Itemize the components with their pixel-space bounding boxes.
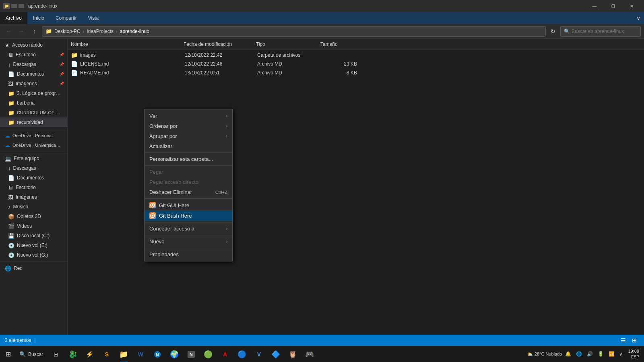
- taskbar-app-notion[interactable]: N: [183, 346, 199, 362]
- taskbar-dragon-app[interactable]: 🐉: [65, 346, 81, 362]
- close-button[interactable]: ✕: [622, 0, 641, 12]
- ctx-item-nuevo[interactable]: Nuevo ›: [144, 237, 232, 247]
- sidebar-item-escritorio[interactable]: 🖥 Escritorio 📌: [0, 50, 67, 60]
- sidebar-item-descargas2[interactable]: ↓ Descargas: [0, 163, 67, 173]
- file-name-license: LICENSE.md: [80, 61, 185, 67]
- ctx-item-personalizar[interactable]: Personalizar esta carpeta...: [144, 154, 232, 164]
- col-header-nombre[interactable]: Nombre: [71, 41, 184, 47]
- crumb-desktop[interactable]: Desktop-PC: [54, 29, 80, 34]
- ctx-item-ordenar[interactable]: Ordenar por ›: [144, 121, 232, 131]
- col-header-fecha[interactable]: Fecha de modificación: [184, 41, 256, 47]
- taskbar-volume[interactable]: 🔊: [585, 350, 594, 358]
- ctx-item-git-gui[interactable]: Git GUI Here: [144, 200, 232, 210]
- file-size-readme: 8 KB: [322, 70, 362, 76]
- sidebar-item-curriculum[interactable]: 📁 CURRICULUM-OFICIAL: [0, 108, 67, 117]
- taskbar-battery[interactable]: 🔋: [596, 350, 605, 358]
- taskbar-discord[interactable]: 🔵: [234, 346, 250, 362]
- sidebar-item-imagenes2[interactable]: 🖼 Imágenes: [0, 192, 67, 202]
- taskbar-proton[interactable]: 🔷: [268, 346, 284, 362]
- tab-archivo[interactable]: Archivo: [0, 12, 27, 24]
- sidebar-item-descargas[interactable]: ↓ Descargas 📌: [0, 60, 67, 69]
- desktop-icon2: 🖥: [8, 185, 13, 191]
- download-icon: ↓: [8, 62, 11, 68]
- crumb-idea[interactable]: IdeaProjects: [87, 29, 114, 34]
- ribbon-expand-button[interactable]: ∨: [633, 12, 644, 24]
- sidebar-item-vol-g[interactable]: 💿 Nuevo vol (G:): [0, 250, 67, 260]
- title-bar-icons: 📁: [3, 3, 24, 9]
- taskbar-notifications[interactable]: 🔔: [564, 350, 573, 358]
- ctx-item-ver[interactable]: Ver ›: [144, 111, 232, 121]
- sidebar-item-disco-c[interactable]: 💾 Disco local (C:): [0, 231, 67, 241]
- taskbar-wifi[interactable]: 📶: [607, 350, 616, 358]
- col-header-tipo[interactable]: Tipo: [256, 41, 320, 47]
- divider1: [0, 129, 67, 129]
- taskbar-app-sublime[interactable]: S: [99, 346, 115, 362]
- sidebar-item-onedrive-personal[interactable]: ☁ OneDrive - Personal: [0, 131, 67, 140]
- sidebar-label-logica: 3. Lógica de programac...: [17, 90, 61, 96]
- ctx-item-conceder[interactable]: Conceder acceso a ›: [144, 224, 232, 234]
- up-button[interactable]: ↑: [29, 26, 40, 37]
- tab-inicio[interactable]: Inicio: [27, 12, 50, 24]
- start-button[interactable]: ⊞: [0, 346, 16, 362]
- sidebar-item-objetos3d[interactable]: 📦 Objetos 3D: [0, 212, 67, 221]
- ctx-divider4: [144, 222, 232, 222]
- ctx-item-deshacer[interactable]: Deshacer Eliminar Ctrl+Z: [144, 187, 232, 197]
- sidebar-item-escritorio2[interactable]: 🖥 Escritorio: [0, 183, 67, 192]
- divider3: [0, 261, 67, 262]
- taskbar-duolingo[interactable]: 🦉: [285, 346, 301, 362]
- search-input[interactable]: [572, 29, 637, 34]
- minimize-button[interactable]: —: [585, 0, 604, 12]
- sidebar-item-documentos[interactable]: 📄 Documentos 📌: [0, 69, 67, 79]
- ctx-item-agrupar[interactable]: Agrupar por ›: [144, 131, 232, 141]
- taskbar-adobe[interactable]: A: [217, 346, 233, 362]
- date-display: ESP: [628, 354, 639, 360]
- file-item-images[interactable]: 📁 images 12/10/2022 22:42 Carpeta de arc…: [68, 51, 644, 60]
- ctx-item-git-bash[interactable]: Git Bash Here: [144, 210, 232, 221]
- tab-vista[interactable]: Vista: [83, 12, 104, 24]
- taskbar-word[interactable]: W: [132, 346, 149, 362]
- taskbar-tray-expand[interactable]: ∧: [618, 350, 625, 358]
- sidebar-item-vol-e[interactable]: 💿 Nuevo vol (E:): [0, 241, 67, 250]
- search-box[interactable]: 🔍: [560, 26, 641, 37]
- taskbar-vpn[interactable]: V: [251, 346, 267, 362]
- taskbar-browser-ie[interactable]: N: [149, 346, 165, 362]
- ctx-arrow-agrupar: ›: [226, 134, 227, 138]
- crumb-current[interactable]: aprende-linux: [120, 29, 149, 34]
- view-details-button[interactable]: ☰: [618, 336, 628, 344]
- sidebar-item-barberia[interactable]: 📁 barberia: [0, 98, 67, 108]
- file-item-readme[interactable]: 📄 README.md 13/10/2022 0:51 Archivo MD 8…: [68, 68, 644, 77]
- file-item-license[interactable]: 📄 LICENSE.md 12/10/2022 22:46 Archivo MD…: [68, 60, 644, 68]
- refresh-button[interactable]: ↻: [547, 26, 559, 37]
- sidebar-item-onedrive-uni[interactable]: ☁ OneDrive - Universidad T...: [0, 140, 67, 150]
- sidebar-item-musica[interactable]: ♪ Música: [0, 202, 67, 212]
- sidebar-item-logica[interactable]: 📁 3. Lógica de programac...: [0, 88, 67, 98]
- sidebar-item-acceso-rapido[interactable]: ★ Acceso rápido: [0, 40, 67, 50]
- taskbar-file-explorer[interactable]: 📁: [116, 346, 132, 362]
- task-view-button[interactable]: ⊟: [48, 346, 64, 362]
- file-date-readme: 13/10/2022 0:51: [185, 70, 257, 76]
- sidebar-item-videos[interactable]: 🎬 Vídeos: [0, 221, 67, 231]
- forward-button[interactable]: →: [16, 26, 27, 37]
- taskbar-app-winrar[interactable]: ⚡: [82, 346, 98, 362]
- restore-button[interactable]: ❐: [604, 0, 622, 12]
- sidebar-item-recursividad[interactable]: 📁 recursividad: [0, 117, 67, 127]
- icon3: [19, 4, 24, 8]
- taskbar-network[interactable]: 🌐: [574, 350, 584, 358]
- tab-compartir[interactable]: Compartir: [50, 12, 83, 24]
- taskbar-spotify[interactable]: 🟢: [200, 346, 216, 362]
- ctx-item-actualizar[interactable]: Actualizar: [144, 141, 232, 151]
- taskbar-clock[interactable]: 19:09 ESP: [626, 348, 641, 360]
- sidebar-item-imagenes[interactable]: 🖼 Imágenes 📌: [0, 79, 67, 88]
- sidebar-item-red[interactable]: 🌐 Red: [0, 263, 67, 273]
- sidebar-item-este-equipo[interactable]: 💻 Este equipo: [0, 154, 67, 163]
- col-header-tamano[interactable]: Tamaño: [320, 41, 361, 47]
- sidebar-item-documentos2[interactable]: 📄 Documentos: [0, 173, 67, 183]
- taskbar-search[interactable]: 🔍 Buscar: [16, 351, 46, 357]
- ctx-item-propiedades[interactable]: Propiedades: [144, 249, 232, 259]
- address-bar[interactable]: 📁 Desktop-PC › IdeaProjects › aprende-li…: [42, 26, 546, 37]
- back-button[interactable]: ←: [3, 26, 14, 37]
- view-tiles-button[interactable]: ⊞: [630, 336, 639, 344]
- weather-display[interactable]: ⛅ 28°C Nublado: [527, 352, 562, 357]
- taskbar-browser2[interactable]: 🌍: [166, 346, 182, 362]
- taskbar-extra1[interactable]: 🎮: [301, 346, 318, 362]
